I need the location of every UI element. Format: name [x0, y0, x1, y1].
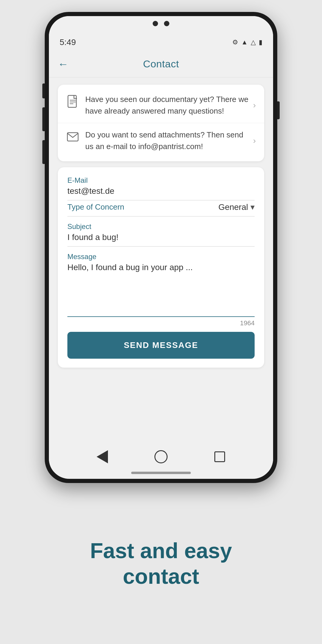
- message-field-group: Message Hello, I found a bug in your app…: [67, 253, 255, 327]
- status-time: 5:49: [60, 38, 76, 47]
- recents-nav-button[interactable]: [212, 449, 227, 464]
- home-nav-icon: [154, 450, 168, 463]
- document-icon: [66, 95, 79, 108]
- power-button: [277, 101, 280, 119]
- battery-icon: ▮: [259, 38, 262, 46]
- app-title: Contact: [143, 58, 179, 70]
- tagline-line1: Fast and easy: [90, 539, 232, 563]
- camera-right: [164, 21, 169, 26]
- tagline: Fast and easy contact: [90, 538, 232, 589]
- back-button[interactable]: ←: [58, 58, 69, 70]
- form-card: E-Mail test@test.de Type of Concern Gene…: [58, 167, 264, 368]
- notch-area: [49, 16, 273, 34]
- documentary-text: Have you seen our documentary yet? There…: [85, 94, 250, 117]
- documentary-row[interactable]: Have you seen our documentary yet? There…: [58, 88, 264, 123]
- svg-rect-4: [67, 133, 78, 141]
- screen-content: Have you seen our documentary yet? There…: [49, 78, 273, 375]
- email-field-group: E-Mail test@test.de: [67, 176, 255, 200]
- info-card: Have you seen our documentary yet? There…: [58, 85, 264, 161]
- camera-left: [153, 21, 158, 26]
- type-of-concern-row[interactable]: Type of Concern General ▾: [67, 202, 255, 216]
- signal-icon: △: [251, 38, 256, 46]
- home-nav-button[interactable]: [154, 449, 168, 464]
- volume-mute-button: [42, 83, 45, 98]
- concern-label: Type of Concern: [67, 202, 124, 212]
- documentary-chevron-icon: ›: [253, 100, 256, 110]
- concern-value: General: [218, 202, 248, 212]
- concern-value-wrap[interactable]: General ▾: [218, 202, 255, 212]
- email-label: E-Mail: [67, 176, 255, 185]
- front-cameras: [153, 21, 169, 26]
- char-count: 1964: [67, 319, 255, 327]
- status-icons: ⚙ ▲ △ ▮: [232, 38, 262, 46]
- bottom-section: Fast and easy contact: [78, 483, 244, 644]
- email-chevron-icon: ›: [253, 136, 256, 145]
- dropdown-arrow-icon: ▾: [250, 202, 255, 212]
- status-bar: 5:49 ⚙ ▲ △ ▮: [49, 34, 273, 51]
- volume-up-button: [42, 107, 45, 131]
- phone-screen: 5:49 ⚙ ▲ △ ▮ ← Contact: [49, 16, 273, 479]
- back-nav-icon: [97, 450, 108, 463]
- message-label: Message: [67, 253, 255, 261]
- subject-label: Subject: [67, 222, 255, 231]
- send-message-button[interactable]: SEND MESSAGE: [67, 332, 255, 359]
- svg-rect-0: [68, 95, 76, 107]
- app-bar: ← Contact: [49, 51, 273, 78]
- tagline-line2: contact: [123, 564, 199, 588]
- message-underline: [67, 316, 255, 317]
- message-value[interactable]: Hello, I found a bug in your app ...: [67, 263, 255, 316]
- recents-nav-icon: [214, 451, 225, 462]
- phone-shell: 5:49 ⚙ ▲ △ ▮ ← Contact: [45, 12, 277, 483]
- back-nav-button[interactable]: [95, 449, 110, 464]
- email-attachment-text: Do you want to send attachments? Then se…: [85, 129, 250, 152]
- nav-bar: [49, 442, 273, 472]
- gear-icon: ⚙: [232, 38, 238, 46]
- screen-area: 5:49 ⚙ ▲ △ ▮ ← Contact: [49, 34, 273, 479]
- wifi-icon: ▲: [241, 38, 248, 46]
- subject-field-group: Subject I found a bug!: [67, 222, 255, 247]
- email-value[interactable]: test@test.de: [67, 186, 255, 200]
- home-bar: [131, 472, 191, 474]
- email-icon: [66, 130, 79, 143]
- subject-value[interactable]: I found a bug!: [67, 233, 255, 247]
- email-attachment-row[interactable]: Do you want to send attachments? Then se…: [58, 123, 264, 158]
- volume-down-button: [42, 140, 45, 164]
